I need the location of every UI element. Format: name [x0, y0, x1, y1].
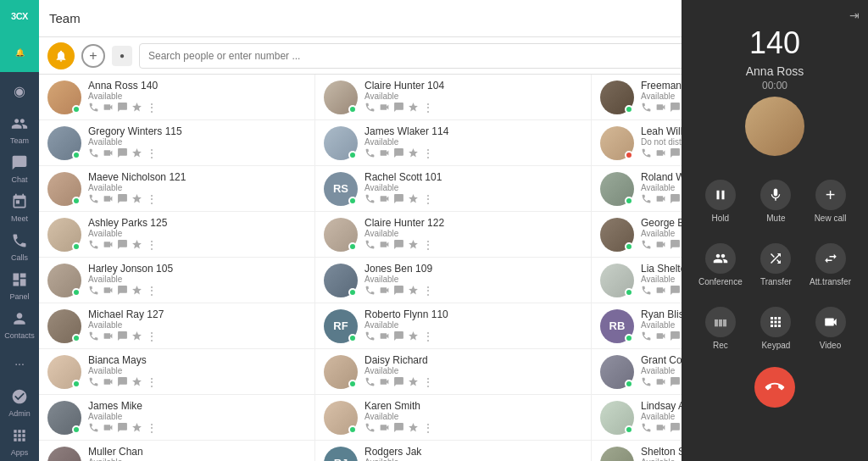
star-action-icon[interactable]: [131, 285, 142, 297]
hold-button[interactable]: Hold: [695, 173, 746, 230]
chat-action-icon[interactable]: [393, 147, 404, 160]
phone-action-icon[interactable]: [641, 330, 652, 343]
video-action-icon[interactable]: [103, 330, 114, 343]
video-action-icon[interactable]: [655, 102, 666, 114]
phone-action-icon[interactable]: [641, 193, 652, 206]
more-action-icon[interactable]: ⋮: [422, 238, 434, 252]
chat-action-icon[interactable]: [117, 193, 128, 206]
phone-action-icon[interactable]: [88, 285, 99, 297]
phone-action-icon[interactable]: [88, 193, 99, 206]
video-action-icon[interactable]: [655, 330, 666, 343]
chat-action-icon[interactable]: [670, 147, 681, 160]
more-action-icon[interactable]: ⋮: [422, 192, 434, 206]
star-action-icon[interactable]: [131, 102, 142, 114]
phone-action-icon[interactable]: [641, 422, 652, 435]
video-action-icon[interactable]: [103, 422, 114, 435]
video-button[interactable]: Video: [806, 300, 854, 357]
star-action-icon[interactable]: [408, 193, 419, 206]
video-action-icon[interactable]: [655, 376, 666, 389]
phone-action-icon[interactable]: [364, 147, 376, 160]
phone-action-icon[interactable]: [364, 376, 376, 389]
star-action-icon[interactable]: [408, 376, 419, 389]
video-action-icon[interactable]: [379, 102, 390, 114]
more-action-icon[interactable]: ⋮: [146, 101, 158, 114]
chat-action-icon[interactable]: [393, 422, 404, 435]
sidebar-item-meet[interactable]: Meet: [0, 189, 39, 228]
chat-action-icon[interactable]: [393, 285, 404, 297]
status-button[interactable]: ●: [112, 46, 132, 66]
chat-action-icon[interactable]: [117, 102, 128, 114]
more-action-icon[interactable]: ⋮: [146, 375, 158, 389]
star-action-icon[interactable]: [131, 239, 142, 252]
phone-action-icon[interactable]: [641, 376, 652, 389]
keypad-button[interactable]: Keypad: [753, 300, 799, 357]
video-action-icon[interactable]: [655, 147, 666, 160]
more-action-icon[interactable]: ⋮: [422, 375, 434, 389]
video-action-icon[interactable]: [379, 285, 390, 297]
phone-action-icon[interactable]: [364, 330, 376, 343]
more-action-icon[interactable]: ⋮: [146, 421, 158, 435]
chat-action-icon[interactable]: [117, 239, 128, 252]
mute-button[interactable]: Mute: [753, 173, 799, 230]
more-action-icon[interactable]: ⋮: [422, 284, 434, 297]
sidebar-item-team[interactable]: Team: [0, 111, 39, 150]
sidebar-item-admin[interactable]: Admin: [0, 383, 39, 422]
video-action-icon[interactable]: [103, 193, 114, 206]
star-action-icon[interactable]: [131, 422, 142, 435]
more-action-icon[interactable]: ⋮: [422, 147, 434, 160]
chat-action-icon[interactable]: [670, 285, 681, 297]
video-action-icon[interactable]: [379, 239, 390, 252]
chat-action-icon[interactable]: [670, 193, 681, 206]
phone-action-icon[interactable]: [364, 239, 376, 252]
star-action-icon[interactable]: [408, 147, 419, 160]
chat-action-icon[interactable]: [670, 376, 681, 389]
star-action-icon[interactable]: [131, 376, 142, 389]
star-action-icon[interactable]: [408, 422, 419, 435]
phone-action-icon[interactable]: [88, 147, 99, 160]
phone-action-icon[interactable]: [88, 102, 99, 114]
more-action-icon[interactable]: ⋮: [146, 284, 158, 297]
phone-action-icon[interactable]: [641, 102, 652, 114]
video-action-icon[interactable]: [379, 330, 390, 343]
add-button[interactable]: +: [81, 44, 105, 68]
sidebar-item-calls[interactable]: Calls: [0, 227, 39, 266]
chat-action-icon[interactable]: [670, 422, 681, 435]
star-action-icon[interactable]: [408, 285, 419, 297]
chat-action-icon[interactable]: [393, 239, 404, 252]
more-action-icon[interactable]: ⋮: [146, 192, 158, 206]
star-action-icon[interactable]: [131, 330, 142, 343]
phone-action-icon[interactable]: [88, 422, 99, 435]
expand-icon[interactable]: ⇥: [849, 8, 860, 22]
chat-action-icon[interactable]: [393, 193, 404, 206]
chat-action-icon[interactable]: [393, 376, 404, 389]
video-action-icon[interactable]: [655, 193, 666, 206]
star-action-icon[interactable]: [408, 330, 419, 343]
chat-action-icon[interactable]: [117, 147, 128, 160]
new-call-button[interactable]: + New call: [806, 173, 854, 230]
conference-button[interactable]: Conference: [695, 236, 746, 293]
chat-action-icon[interactable]: [670, 239, 681, 252]
phone-action-icon[interactable]: [364, 193, 376, 206]
att-transfer-button[interactable]: Att.transfer: [806, 236, 854, 293]
phone-action-icon[interactable]: [641, 285, 652, 297]
more-action-icon[interactable]: ⋮: [146, 330, 158, 343]
video-action-icon[interactable]: [379, 147, 390, 160]
chat-action-icon[interactable]: [670, 102, 681, 114]
phone-action-icon[interactable]: [364, 102, 376, 114]
more-action-icon[interactable]: ⋮: [422, 421, 434, 435]
sidebar-item-contacts[interactable]: Contacts: [0, 305, 39, 344]
notification-bell-button[interactable]: [47, 42, 75, 69]
star-action-icon[interactable]: [408, 102, 419, 114]
video-action-icon[interactable]: [655, 285, 666, 297]
video-action-icon[interactable]: [379, 376, 390, 389]
sidebar-item-panel[interactable]: Panel: [0, 266, 39, 305]
more-action-icon[interactable]: ⋮: [422, 330, 434, 343]
video-action-icon[interactable]: [103, 239, 114, 252]
chat-action-icon[interactable]: [117, 330, 128, 343]
rec-button[interactable]: ▮▮▮ Rec: [695, 300, 746, 357]
end-call-button[interactable]: [754, 367, 795, 408]
sidebar-item-status[interactable]: ◉: [0, 72, 39, 111]
chat-action-icon[interactable]: [117, 376, 128, 389]
video-action-icon[interactable]: [379, 193, 390, 206]
phone-action-icon[interactable]: [364, 422, 376, 435]
